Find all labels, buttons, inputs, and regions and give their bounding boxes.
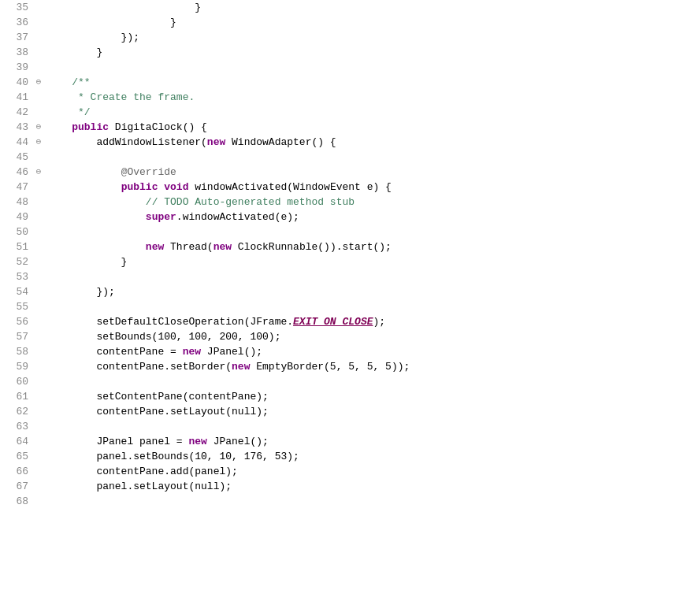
fold-marker <box>33 404 44 419</box>
line-number: 60 <box>0 374 33 389</box>
token: } <box>47 17 176 28</box>
line-row: 61 setContentPane(contentPane); <box>0 389 698 404</box>
line-row: 36 } <box>0 15 698 30</box>
token: new <box>207 136 225 148</box>
line-row: 51 new Thread(new ClockRunnable()).start… <box>0 239 698 254</box>
line-number: 50 <box>0 225 33 239</box>
token: setContentPane(contentPane); <box>47 391 269 403</box>
line-number: 46 <box>0 165 33 180</box>
fold-marker <box>33 359 44 374</box>
fold-marker <box>33 210 44 225</box>
token: new <box>188 436 206 447</box>
line-row: 68 <box>0 494 698 509</box>
fold-marker <box>33 45 44 60</box>
line-content: contentPane.add(panel); <box>44 464 698 479</box>
line-content: new Thread(new ClockRunnable()).start(); <box>44 239 698 254</box>
token: new <box>183 346 201 358</box>
fold-marker <box>33 314 44 329</box>
line-content: // TODO Auto-generated method stub <box>44 195 698 210</box>
fold-marker <box>33 344 44 359</box>
line-content: } <box>44 15 698 30</box>
token: contentPane.add(panel); <box>47 466 238 477</box>
token: EXIT_ON_CLOSE <box>293 316 373 328</box>
line-row: 47 public void windowActivated(WindowEve… <box>0 180 698 195</box>
line-number: 57 <box>0 329 33 344</box>
fold-marker <box>33 419 44 434</box>
line-number: 47 <box>0 180 33 195</box>
token <box>47 241 146 253</box>
token: * Create the frame. <box>47 91 195 103</box>
line-row: 52 } <box>0 254 698 269</box>
token <box>47 211 146 223</box>
line-content: contentPane.setBorder(new EmptyBorder(5,… <box>44 359 698 374</box>
line-row: 63 <box>0 419 698 434</box>
fold-marker[interactable]: ⊖ <box>33 135 44 150</box>
line-row: 45 <box>0 150 698 165</box>
fold-marker[interactable]: ⊖ <box>33 165 44 180</box>
fold-marker <box>33 180 44 195</box>
line-row: 60 <box>0 374 698 389</box>
line-row: 37 }); <box>0 30 698 45</box>
line-number: 49 <box>0 210 33 225</box>
line-number: 51 <box>0 239 33 254</box>
token: ClockRunnable()).start(); <box>232 241 392 253</box>
line-number: 63 <box>0 419 33 434</box>
fold-marker <box>33 239 44 254</box>
line-content: contentPane = new JPanel(); <box>44 344 698 359</box>
line-row: 38 } <box>0 45 698 60</box>
fold-marker[interactable]: ⊖ <box>33 75 44 90</box>
token <box>47 121 72 133</box>
token: }); <box>47 32 139 43</box>
line-content: addWindowListener(new WindowAdapter() { <box>44 135 698 150</box>
line-number: 44 <box>0 135 33 150</box>
fold-marker <box>33 30 44 45</box>
line-content: @Override <box>44 165 698 180</box>
fold-marker <box>33 494 44 509</box>
token: panel.setLayout(null); <box>47 481 232 492</box>
line-row: 62 contentPane.setLayout(null); <box>0 404 698 419</box>
fold-marker <box>33 150 44 165</box>
fold-marker <box>33 479 44 494</box>
fold-marker <box>33 449 44 464</box>
line-number: 36 <box>0 15 33 30</box>
token: EmptyBorder(5, 5, 5, 5)); <box>250 361 410 373</box>
fold-marker[interactable]: ⊖ <box>33 120 44 135</box>
token <box>47 196 146 208</box>
fold-marker <box>33 0 44 15</box>
line-content: } <box>44 254 698 269</box>
token: .windowActivated(e); <box>176 211 299 223</box>
line-row: 55 <box>0 299 698 314</box>
line-row: 40⊖ /** <box>0 75 698 90</box>
line-row: 39 <box>0 60 698 75</box>
line-content <box>44 225 698 239</box>
line-number: 37 <box>0 30 33 45</box>
line-row: 59 contentPane.setBorder(new EmptyBorder… <box>0 359 698 374</box>
token: WindowAdapter() { <box>225 136 336 148</box>
line-content: panel.setBounds(10, 10, 176, 53); <box>44 449 698 464</box>
token: public <box>72 121 109 133</box>
token: panel.setBounds(10, 10, 176, 53); <box>47 451 299 462</box>
line-row: 35 } <box>0 0 698 15</box>
token: contentPane.setBorder( <box>47 361 232 373</box>
token: } <box>47 46 102 58</box>
line-content: }); <box>44 30 698 45</box>
token: setDefaultCloseOperation(JFrame. <box>47 316 293 328</box>
token <box>47 166 121 178</box>
line-number: 65 <box>0 449 33 464</box>
fold-marker <box>33 225 44 239</box>
line-row: 41 * Create the frame. <box>0 90 698 105</box>
token: /** <box>47 76 91 88</box>
line-content <box>44 60 698 75</box>
fold-marker <box>33 60 44 75</box>
line-number: 43 <box>0 120 33 135</box>
token: contentPane.setLayout(null); <box>47 406 269 417</box>
line-row: 66 contentPane.add(panel); <box>0 464 698 479</box>
line-number: 41 <box>0 90 33 105</box>
line-row: 46⊖ @Override <box>0 165 698 180</box>
line-number: 61 <box>0 389 33 404</box>
fold-marker <box>33 374 44 389</box>
line-row: 57 setBounds(100, 100, 200, 100); <box>0 329 698 344</box>
line-content: * Create the frame. <box>44 90 698 105</box>
token: @Override <box>121 166 176 178</box>
token: DigitaClock() { <box>109 121 207 133</box>
